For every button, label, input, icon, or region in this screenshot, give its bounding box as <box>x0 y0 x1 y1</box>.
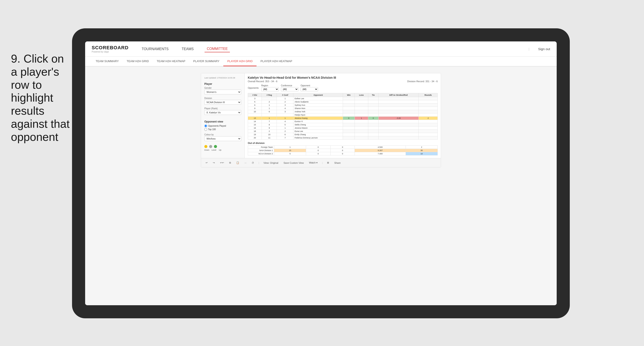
out-division-row[interactable]: NAIA Division 115009.26730 <box>248 149 438 152</box>
last-updated: Last Updated: 27/03/2024 16:55:38 <box>204 77 241 79</box>
opponent-label: Opponent <box>300 84 318 87</box>
sub-nav-team-summary[interactable]: TEAM SUMMARY <box>92 56 123 66</box>
filter-opponent: Opponent (All) <box>300 84 318 91</box>
sub-nav-player-h2h-heatmap[interactable]: PLAYER H2H HEATMAP <box>256 56 296 66</box>
table-row[interactable]: 20117Federica Domecq Lacroze <box>248 136 438 140</box>
header-tie: Tie <box>368 93 378 97</box>
sub-nav-player-h2h-grid[interactable]: PLAYER H2H GRID <box>223 56 256 66</box>
filter-conference: Conference (All) <box>281 84 298 91</box>
instruction-text: 9. Click on a player's row to highlight … <box>11 52 72 144</box>
main-content: Last Updated: 27/03/2024 16:55:38 Player… <box>85 66 557 305</box>
colour-dots <box>204 145 241 148</box>
logo-sub: Powered by clippi <box>92 51 128 53</box>
filter-region: Region (All) <box>261 84 279 91</box>
out-division-table: Foreign Team1004.5002NAIA Division 11500… <box>248 146 438 156</box>
header-div: # Div <box>248 93 262 97</box>
watch-btn[interactable]: Watch ▾ <box>308 161 319 165</box>
layout-btn[interactable]: ⊞ <box>326 161 330 165</box>
logo-title: SCOREBOARD <box>92 45 128 51</box>
opponent-view-title: Opponent view <box>204 120 241 123</box>
logo-area: SCOREBOARD Powered by clippi <box>92 45 128 53</box>
header-conf: # Conf <box>277 93 294 97</box>
player-rank-label: Player (Rank) <box>204 107 241 110</box>
dot-gray <box>209 145 212 148</box>
table-row[interactable]: 1691Jessica Mason <box>248 127 438 130</box>
header-rounds: Rounds <box>419 93 438 97</box>
timer-btn[interactable]: ⏱ <box>250 161 256 165</box>
conference-select[interactable]: (All) <box>281 87 298 91</box>
instruction-body: Click on a player's row to highlight res… <box>11 52 70 143</box>
copy-btn[interactable]: ⧉ <box>228 161 232 165</box>
table-row[interactable]: 1585Stella Cheng <box>248 123 438 127</box>
division-label: Division <box>204 97 241 99</box>
dot-labels: Down Level Up <box>204 149 241 151</box>
conference-label: Conference <box>281 84 298 87</box>
redo-btn[interactable]: ↩↩ <box>219 161 225 165</box>
header-opponent: Opponent <box>294 93 343 97</box>
bottom-toolbar: ↩ ↪ ↩↩ ⧉ 📋 ··· ⏱ | View: Original Save C… <box>201 158 441 167</box>
colour-by-label: Colour by <box>204 133 241 136</box>
tablet-screen: SCOREBOARD Powered by clippi TOURNAMENTS… <box>85 41 557 305</box>
view-original-btn[interactable]: View: Original <box>262 161 280 165</box>
dot-green <box>214 145 217 148</box>
opponent-view: Opponent view Opponents Played Top 100 <box>204 120 241 131</box>
colour-by-select[interactable]: Win/loss <box>204 136 241 141</box>
undo-btn[interactable]: ↩ <box>204 161 209 165</box>
more-btn[interactable]: ··· <box>243 161 248 165</box>
radio-top100[interactable]: Top 100 <box>204 128 241 131</box>
separator2: | <box>322 162 323 164</box>
paste-btn[interactable]: 📋 <box>235 161 240 165</box>
save-custom-btn[interactable]: Save Custom View <box>282 161 305 165</box>
gender-select[interactable]: Women's <box>204 90 241 94</box>
header-loss: Loss <box>354 93 368 97</box>
sub-nav-team-h2h-grid[interactable]: TEAM H2H GRID <box>123 56 153 66</box>
tablet-frame: SCOREBOARD Powered by clippi TOURNAMENTS… <box>72 28 570 318</box>
dot-label-down: Down <box>204 149 209 151</box>
nav-separator: | <box>528 47 530 51</box>
dot-label-up: Up <box>219 149 222 151</box>
out-of-division: Out of division Foreign Team1004.5002NAI… <box>248 142 438 156</box>
nav-tournaments[interactable]: TOURNAMENTS <box>140 46 171 52</box>
player-rank-select[interactable]: 8. Katelyn Vo <box>204 110 241 115</box>
region-select[interactable]: (All) <box>261 87 279 91</box>
out-division-row[interactable]: Foreign Team1004.5002 <box>248 146 438 149</box>
sub-nav-player-summary[interactable]: PLAYER SUMMARY <box>189 56 223 66</box>
nav-teams[interactable]: TEAMS <box>180 46 196 52</box>
table-row[interactable]: 522Alexis Sudjianto <box>248 100 438 104</box>
opponent-select[interactable]: (All) <box>300 87 318 91</box>
table-row[interactable]: 31Esther Lee <box>248 97 438 100</box>
division-record-text: Division Record: 331 - 34 - 6 <box>407 80 438 83</box>
table-row[interactable]: 1063Andrea York <box>248 110 438 113</box>
out-division-row[interactable]: NCAA Division 25007.40010 <box>248 152 438 156</box>
out-division-title: Out of division <box>248 142 438 144</box>
header-reg: # Reg <box>262 93 277 97</box>
sub-nav: TEAM SUMMARY TEAM H2H GRID TEAM H2H HEAT… <box>85 57 557 66</box>
step-number: 9. <box>11 52 20 65</box>
overall-record: Overall Record: 353 - 34 - 6 Division Re… <box>248 80 438 83</box>
filters-row: Opponents: Region (All) Conference ( <box>248 84 438 91</box>
card-inner: Last Updated: 27/03/2024 16:55:38 Player… <box>201 73 441 158</box>
division-select[interactable]: NCAA Division III <box>204 100 241 105</box>
sign-out-button[interactable]: Sign out <box>538 47 550 51</box>
table-row[interactable]: 1474Eunice Yi <box>248 120 438 123</box>
table-row[interactable]: 613Sydney Kuo <box>248 104 438 107</box>
sub-nav-team-h2h-heatmap[interactable]: TEAM H2H HEATMAP <box>153 56 189 66</box>
overall-record-text: Overall Record: 353 - 34 - 6 <box>248 80 278 83</box>
share-btn[interactable]: Share <box>333 161 342 165</box>
header-diff: Diff Av Strokes/Rnd <box>378 93 419 97</box>
player-section-title: Player <box>204 82 241 85</box>
dashboard-card: Last Updated: 27/03/2024 16:55:38 Player… <box>201 73 441 168</box>
table-row[interactable]: 19106Emily Chang <box>248 133 438 136</box>
colour-section: Colour by Win/loss Down Le <box>204 133 241 151</box>
table-row[interactable]: 914Sharon Mun <box>248 107 438 110</box>
table-row[interactable]: Heeijo Hyun <box>248 113 438 117</box>
dot-yellow <box>204 145 208 148</box>
separator1: | <box>258 162 259 164</box>
table-row[interactable]: 1311Jessica Huang010-3.002 <box>248 117 438 120</box>
table-row[interactable]: 1822Euna Lee <box>248 130 438 133</box>
nav-bar: SCOREBOARD Powered by clippi TOURNAMENTS… <box>85 41 557 57</box>
player-h2h-table: # Div # Reg # Conf Opponent Win Loss Tie… <box>248 93 438 140</box>
nav-committee[interactable]: COMMITTEE <box>204 46 230 52</box>
radio-opponents-played[interactable]: Opponents Played <box>204 125 241 127</box>
redo-step-btn[interactable]: ↪ <box>212 161 216 165</box>
